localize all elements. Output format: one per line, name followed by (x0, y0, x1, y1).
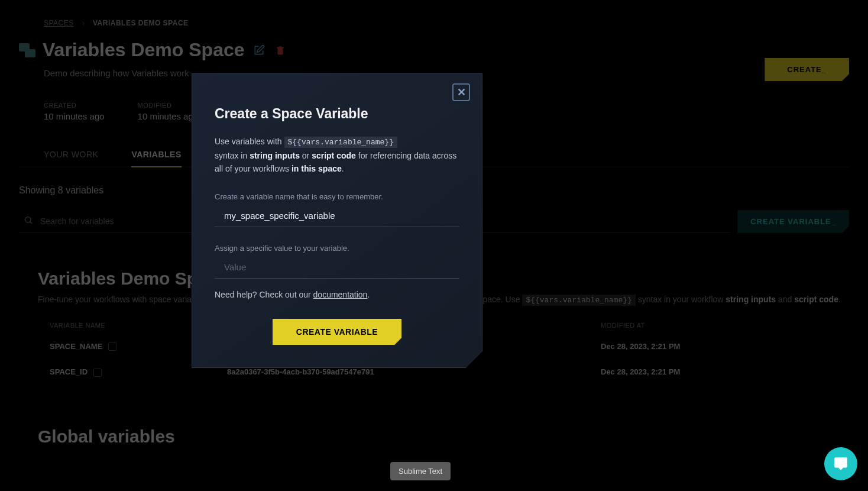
variable-name-label: Create a variable name that is easy to r… (215, 192, 459, 201)
chat-bubble-icon[interactable] (824, 447, 857, 480)
create-variable-submit-button[interactable]: CREATE VARIABLE (273, 319, 401, 345)
modal-title: Create a Space Variable (215, 106, 459, 122)
documentation-link[interactable]: documentation (313, 290, 368, 299)
variable-value-label: Assign a specific value to your variable… (215, 244, 459, 253)
create-space-variable-modal: ✕ Create a Space Variable Use variables … (192, 73, 482, 368)
variable-name-input[interactable] (215, 203, 459, 227)
variable-value-input[interactable] (215, 255, 459, 279)
tooltip: Sublime Text (390, 462, 451, 480)
modal-intro: Use variables with ${{vars.variable_name… (215, 135, 459, 176)
close-icon[interactable]: ✕ (452, 83, 470, 101)
modal-help: Need help? Check out our documentation. (215, 288, 459, 301)
